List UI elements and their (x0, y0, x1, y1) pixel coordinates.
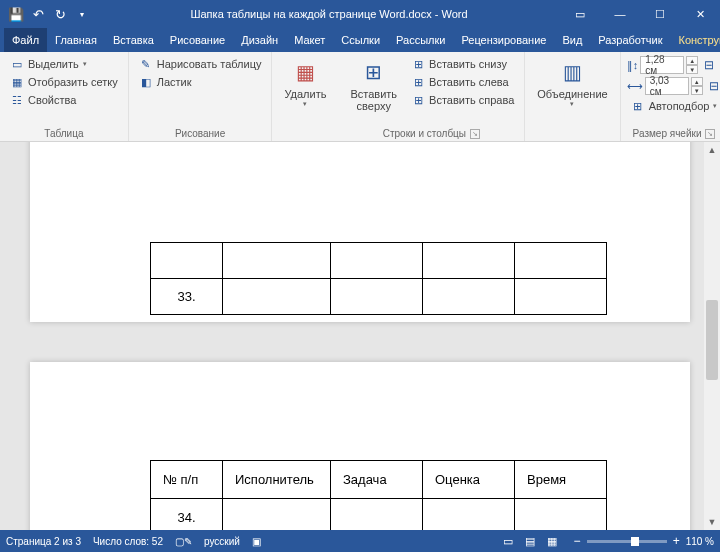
cell[interactable] (223, 499, 331, 531)
cell[interactable] (223, 243, 331, 279)
cell[interactable] (423, 243, 515, 279)
tab-design[interactable]: Дизайн (233, 28, 286, 52)
tab-insert[interactable]: Вставка (105, 28, 162, 52)
autofit-label: Автоподбор (649, 100, 710, 112)
scroll-up-button[interactable]: ▲ (704, 142, 720, 158)
distribute-cols-icon[interactable]: ⊟ (709, 79, 719, 93)
delete-label: Удалить (284, 88, 326, 100)
tab-view[interactable]: Вид (554, 28, 590, 52)
zoom-in-button[interactable]: + (673, 534, 680, 548)
tab-references[interactable]: Ссылки (333, 28, 388, 52)
group-merge: ▥ Объединение ▾ (525, 52, 620, 141)
close-button[interactable]: ✕ (680, 0, 720, 28)
qat-customize-icon[interactable]: ▾ (74, 6, 90, 22)
view-buttons: ▭ ▤ ▦ (498, 533, 562, 549)
cell-num[interactable]: 34. (151, 499, 223, 531)
table-header-row[interactable]: № п/п Исполнитель Задача Оценка Время (151, 461, 607, 499)
status-page[interactable]: Страница 2 из 3 (6, 536, 81, 547)
rows-cols-dialog-launcher[interactable]: ↘ (470, 129, 480, 139)
properties-button[interactable]: ☷Свойства (6, 92, 122, 108)
select-button[interactable]: ▭Выделить▾ (6, 56, 122, 72)
insert-above-button[interactable]: ⊞ Вставить сверху (344, 56, 403, 112)
tab-file[interactable]: Файл (4, 28, 47, 52)
insert-below-button[interactable]: ⊞Вставить снизу (407, 56, 518, 72)
cell-size-dialog-launcher[interactable]: ↘ (705, 129, 715, 139)
save-icon[interactable]: 💾 (8, 6, 24, 22)
autofit-button[interactable]: ⊞Автоподбор▾ (627, 98, 720, 114)
width-down[interactable]: ▼ (691, 86, 703, 95)
delete-button[interactable]: ▦ Удалить ▾ (278, 56, 332, 108)
document-area[interactable]: 33. № п/п Исполнитель Задача Оценка Врем… (0, 142, 704, 530)
view-print-icon[interactable]: ▤ (520, 533, 540, 549)
insert-right-button[interactable]: ⊞Вставить справа (407, 92, 518, 108)
table-row[interactable]: 34. (151, 499, 607, 531)
header-task[interactable]: Задача (331, 461, 423, 499)
tab-draw[interactable]: Рисование (162, 28, 233, 52)
view-read-icon[interactable]: ▭ (498, 533, 518, 549)
width-up[interactable]: ▲ (691, 77, 703, 86)
tab-home[interactable]: Главная (47, 28, 105, 52)
status-macro-icon[interactable]: ▣ (252, 536, 261, 547)
minimize-button[interactable]: — (600, 0, 640, 28)
zoom-out-button[interactable]: − (574, 534, 581, 548)
insert-left-button[interactable]: ⊞Вставить слева (407, 74, 518, 90)
zoom-value[interactable]: 110 % (686, 536, 714, 547)
tab-mailings[interactable]: Рассылки (388, 28, 453, 52)
table-page-1[interactable]: 33. (150, 242, 607, 315)
tab-developer[interactable]: Разработчик (590, 28, 670, 52)
row-height-control[interactable]: ‖↕ 1,28 см ▲▼ ⊟ (627, 56, 720, 74)
cell[interactable] (515, 499, 607, 531)
scroll-thumb[interactable] (706, 300, 718, 380)
tab-review[interactable]: Рецензирование (453, 28, 554, 52)
status-spellcheck-icon[interactable]: ▢✎ (175, 536, 192, 547)
cell[interactable] (515, 243, 607, 279)
draw-table-button[interactable]: ✎Нарисовать таблицу (135, 56, 266, 72)
distribute-rows-icon[interactable]: ⊟ (704, 58, 714, 72)
row-height-value[interactable]: 1,28 см (640, 56, 684, 74)
select-icon: ▭ (10, 57, 24, 71)
cell[interactable] (331, 243, 423, 279)
status-words[interactable]: Число слов: 52 (93, 536, 163, 547)
ribbon-options-icon[interactable]: ▭ (560, 0, 600, 28)
scroll-track[interactable] (704, 158, 720, 514)
cell[interactable] (331, 499, 423, 531)
cell[interactable] (423, 499, 515, 531)
header-grade[interactable]: Оценка (423, 461, 515, 499)
col-width-control[interactable]: ⟷ 3,03 см ▲▼ ⊟ (627, 77, 720, 95)
header-performer[interactable]: Исполнитель (223, 461, 331, 499)
zoom-control: − + 110 % (574, 534, 714, 548)
status-language[interactable]: русский (204, 536, 240, 547)
view-web-icon[interactable]: ▦ (542, 533, 562, 549)
group-table-label: Таблица (44, 128, 83, 139)
col-width-value[interactable]: 3,03 см (645, 77, 689, 95)
cell[interactable] (223, 279, 331, 315)
page-2[interactable]: № п/п Исполнитель Задача Оценка Время 34… (30, 362, 690, 530)
zoom-thumb[interactable] (631, 537, 639, 546)
zoom-slider[interactable] (587, 540, 667, 543)
cell[interactable] (515, 279, 607, 315)
cell[interactable] (423, 279, 515, 315)
merge-button[interactable]: ▥ Объединение ▾ (531, 56, 613, 108)
header-num[interactable]: № п/п (151, 461, 223, 499)
tab-table-design[interactable]: Конструктор (670, 28, 720, 52)
height-up[interactable]: ▲ (686, 56, 698, 65)
header-time[interactable]: Время (515, 461, 607, 499)
cell-num[interactable] (151, 243, 223, 279)
eraser-button[interactable]: ◧Ластик (135, 74, 266, 90)
table-row[interactable]: 33. (151, 279, 607, 315)
table-row[interactable] (151, 243, 607, 279)
scroll-down-button[interactable]: ▼ (704, 514, 720, 530)
redo-icon[interactable]: ↻ (52, 6, 68, 22)
tab-layout[interactable]: Макет (286, 28, 333, 52)
quick-access-toolbar: 💾 ↶ ↻ ▾ (0, 6, 98, 22)
vertical-scrollbar[interactable]: ▲ ▼ (704, 142, 720, 530)
properties-label: Свойства (28, 94, 76, 106)
undo-icon[interactable]: ↶ (30, 6, 46, 22)
gridlines-button[interactable]: ▦Отобразить сетку (6, 74, 122, 90)
cell-num[interactable]: 33. (151, 279, 223, 315)
table-page-2[interactable]: № п/п Исполнитель Задача Оценка Время 34… (150, 460, 607, 530)
page-1[interactable]: 33. (30, 142, 690, 322)
height-down[interactable]: ▼ (686, 65, 698, 74)
cell[interactable] (331, 279, 423, 315)
maximize-button[interactable]: ☐ (640, 0, 680, 28)
